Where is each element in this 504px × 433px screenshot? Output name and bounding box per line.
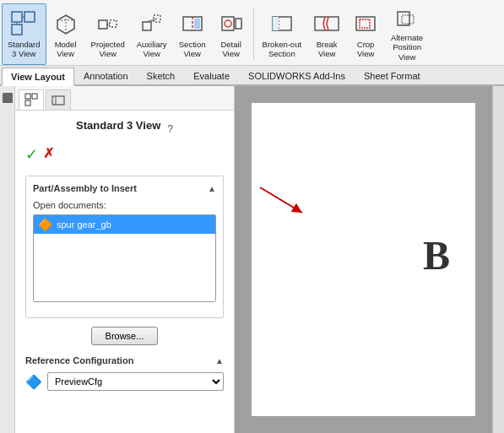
- file-list-empty: [34, 234, 215, 301]
- right-scrollbar[interactable]: [492, 86, 504, 433]
- panel-help-icon[interactable]: ?: [167, 123, 173, 135]
- panel: Standard 3 View ? ✓ ✗ Part/Assembly to I…: [15, 86, 235, 433]
- detailview-icon: [218, 10, 245, 37]
- svg-rect-26: [402, 15, 414, 24]
- part-assembly-section: Part/Assembly to Insert ▲ Open documents…: [25, 176, 224, 318]
- svg-rect-24: [360, 19, 370, 28]
- part-assembly-header: Part/Assembly to Insert ▲: [33, 183, 216, 195]
- file-item-icon: 🔶: [38, 218, 52, 231]
- modelview-icon: [52, 10, 79, 37]
- toolbar-btn-projectedview[interactable]: ProjectedView: [85, 3, 131, 65]
- standard3view-label: Standard3 View: [8, 40, 41, 59]
- file-item-spurgear[interactable]: 🔶 spur gear_gb: [34, 215, 215, 234]
- alternatepos-label: AlternatePositionView: [391, 33, 423, 62]
- svg-rect-1: [24, 12, 35, 22]
- svg-rect-8: [99, 20, 107, 29]
- sidebar-icon-1[interactable]: [3, 93, 13, 103]
- toolbar-btn-standard3view[interactable]: Standard3 View: [2, 3, 46, 65]
- toolbar-btn-detailview[interactable]: DetailView: [212, 3, 251, 65]
- panel-content: Standard 3 View ? ✓ ✗ Part/Assembly to I…: [15, 111, 234, 433]
- toolbar-btn-modelview[interactable]: ModelView: [46, 3, 85, 65]
- drawing-area: B: [235, 86, 504, 433]
- svg-rect-2: [12, 24, 22, 35]
- tab-solidworks-addins[interactable]: SOLIDWORKS Add-Ins: [239, 66, 355, 84]
- tab-annotation[interactable]: Annotation: [74, 66, 138, 84]
- drawing-canvas[interactable]: B: [252, 103, 475, 416]
- svg-rect-9: [110, 20, 117, 27]
- toolbar-btn-brokenout[interactable]: Broken-outSection: [257, 3, 307, 65]
- tab-sheet-format[interactable]: Sheet Format: [355, 66, 430, 84]
- projectedview-icon: [95, 10, 122, 37]
- sectionview-label: SectionView: [179, 40, 206, 59]
- ref-config-section: Reference Configuration ▲ 🔷 PreviewCfg D…: [25, 355, 224, 391]
- confirm-button[interactable]: ✓: [25, 145, 38, 164]
- sidebar-icons: [0, 86, 15, 433]
- ref-config-header: Reference Configuration ▲: [25, 355, 224, 367]
- panel-tab-1[interactable]: [19, 89, 44, 110]
- browse-button[interactable]: Browse...: [91, 327, 159, 345]
- tab-sketch[interactable]: Sketch: [138, 66, 185, 84]
- svg-rect-11: [143, 22, 151, 30]
- ref-config-collapse[interactable]: ▲: [215, 356, 224, 365]
- config-icon: 🔷: [25, 374, 42, 390]
- svg-rect-29: [25, 100, 30, 106]
- config-select[interactable]: PreviewCfg Default: [47, 372, 224, 391]
- breakview-icon: [313, 10, 340, 37]
- svg-marker-5: [57, 15, 74, 34]
- tab-view-layout[interactable]: View Layout: [2, 68, 74, 86]
- auxiliaryview-label: AuxiliaryView: [137, 40, 167, 59]
- svg-rect-16: [194, 19, 200, 29]
- toolbar-btn-breakview[interactable]: BreakView: [307, 3, 346, 65]
- projectedview-label: ProjectedView: [91, 40, 125, 59]
- svg-rect-30: [52, 96, 64, 105]
- panel-tab-2[interactable]: [46, 89, 71, 110]
- svg-rect-28: [32, 94, 37, 99]
- modelview-label: ModelView: [55, 40, 77, 59]
- brokenout-label: Broken-outSection: [263, 40, 301, 59]
- svg-line-32: [260, 187, 302, 213]
- toolbar-btn-sectionview[interactable]: SectionView: [173, 3, 212, 65]
- breakview-label: BreakView: [317, 40, 338, 59]
- detailview-label: DetailView: [220, 40, 241, 59]
- panel-title: Standard 3 View: [76, 119, 160, 132]
- alternatepos-icon: [393, 7, 420, 30]
- brokenout-icon: [268, 10, 295, 37]
- toolbar: Standard3 View ModelView ProjectedView: [0, 0, 504, 66]
- toolbar-btn-auxiliaryview[interactable]: AuxiliaryView: [131, 3, 173, 65]
- ref-config-title: Reference Configuration: [25, 355, 133, 365]
- action-icons: ✓ ✗: [25, 143, 224, 165]
- auxiliaryview-icon: [138, 10, 165, 37]
- toolbar-sep1: [253, 8, 254, 60]
- file-item-name: spur gear_gb: [57, 219, 111, 230]
- file-list: 🔶 spur gear_gb: [33, 214, 216, 302]
- standard3view-icon: [10, 10, 37, 37]
- config-row: 🔷 PreviewCfg Default: [25, 372, 224, 391]
- cancel-button[interactable]: ✗: [43, 145, 54, 164]
- panel-tabs: [15, 86, 234, 111]
- open-docs-label: Open documents:: [33, 200, 216, 210]
- svg-rect-19: [236, 19, 241, 29]
- svg-rect-17: [222, 17, 234, 30]
- svg-rect-0: [12, 12, 22, 22]
- svg-point-18: [225, 20, 231, 27]
- svg-rect-21: [273, 17, 279, 30]
- svg-rect-27: [25, 94, 30, 99]
- cropview-label: CropView: [357, 40, 375, 59]
- toolbar-btn-alternatepos[interactable]: AlternatePositionView: [385, 3, 429, 65]
- panel-title-row: Standard 3 View ?: [25, 119, 224, 138]
- part-assembly-title: Part/Assembly to Insert: [33, 183, 137, 193]
- part-assembly-collapse[interactable]: ▲: [208, 184, 216, 193]
- main-layout: Standard 3 View ? ✓ ✗ Part/Assembly to I…: [0, 86, 504, 433]
- toolbar-btn-cropview[interactable]: CropView: [346, 3, 385, 65]
- drawing-letter: B: [423, 232, 450, 279]
- nav-tabs: View Layout Annotation Sketch Evaluate S…: [0, 66, 504, 86]
- sectionview-icon: [179, 10, 206, 37]
- cropview-icon: [352, 10, 379, 37]
- tab-evaluate[interactable]: Evaluate: [184, 66, 239, 84]
